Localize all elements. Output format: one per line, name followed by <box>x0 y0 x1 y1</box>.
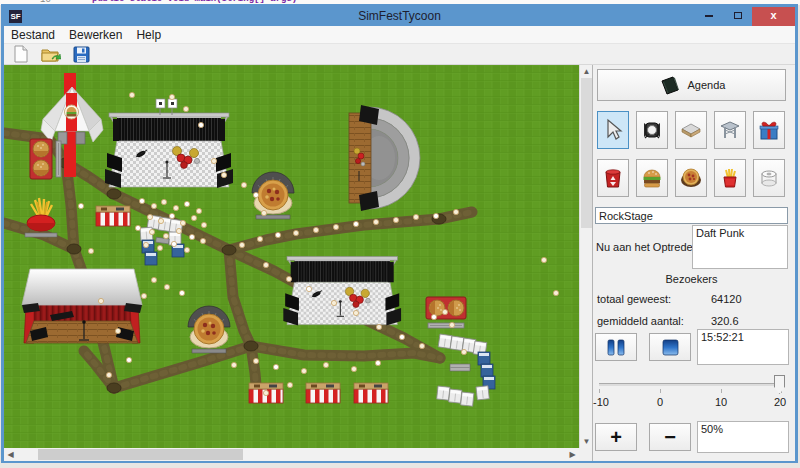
total-visitors-label: totaal geweest: <box>597 293 671 305</box>
visitor-dot <box>333 224 338 229</box>
menu-bar: Bestand Bewerken Help <box>4 26 795 44</box>
visitor-dot <box>353 221 358 226</box>
tool-truss-button[interactable] <box>714 111 746 149</box>
visitor-dot <box>143 242 148 247</box>
visitor-dot <box>147 214 152 219</box>
scroll-left-icon[interactable]: ◀ <box>4 448 17 461</box>
slider-label-min: -10 <box>593 396 609 408</box>
maximize-button[interactable] <box>723 7 752 26</box>
close-button[interactable]: x <box>752 7 795 26</box>
background-desktop <box>0 463 800 468</box>
visitor-dot <box>253 358 258 363</box>
path-junction <box>107 383 121 393</box>
agenda-label: Agenda <box>688 79 726 91</box>
zoom-in-button[interactable]: + <box>595 423 637 451</box>
visitor-dot <box>263 390 268 395</box>
minimize-button[interactable] <box>694 7 723 26</box>
visitor-dot <box>353 310 358 315</box>
slider-label-10: 10 <box>715 396 727 408</box>
slider-tick <box>721 389 722 393</box>
visitor-dot <box>351 366 356 371</box>
zoom-level-value: 50% <box>701 423 723 435</box>
control-panel: Agenda <box>592 65 795 461</box>
horizontal-scroll-thumb[interactable] <box>38 449 243 460</box>
stop-icon <box>662 339 679 356</box>
speed-slider-thumb[interactable] <box>774 375 785 394</box>
tool-spotlight-button[interactable] <box>636 111 668 149</box>
festival-map-canvas[interactable] <box>4 65 579 448</box>
path-junction <box>222 245 236 255</box>
visitor-dot <box>169 213 174 218</box>
visitor-dot <box>376 324 381 329</box>
average-visitors-label: gemiddeld aantal: <box>597 315 684 327</box>
striped-stand-1[interactable] <box>96 206 130 226</box>
visitor-dot <box>151 277 156 282</box>
visitor-dot <box>293 230 298 235</box>
menu-bewerken[interactable]: Bewerken <box>69 28 122 42</box>
tool-trash-button[interactable] <box>597 159 629 197</box>
path-junction <box>107 189 121 199</box>
now-performing-label: Nu aan het Optreden: <box>596 241 702 253</box>
tool-fries-button[interactable] <box>714 159 746 197</box>
horizontal-scrollbar[interactable]: ◀ ▶ <box>4 448 579 461</box>
open-file-button[interactable] <box>40 45 62 63</box>
tool-pizza-button[interactable] <box>675 159 707 197</box>
vertical-scroll-thumb[interactable] <box>581 78 592 228</box>
vertical-scrollbar[interactable]: ▲ ▼ <box>579 65 592 448</box>
visitor-dot <box>183 106 188 111</box>
save-button[interactable] <box>70 45 92 63</box>
scroll-right-icon[interactable]: ▶ <box>566 448 579 461</box>
burger-stand-1[interactable] <box>30 139 61 179</box>
visitor-dot <box>461 349 466 354</box>
menu-bestand[interactable]: Bestand <box>11 28 55 42</box>
agenda-button[interactable]: Agenda <box>597 69 786 101</box>
cursor-icon <box>602 118 624 142</box>
speed-slider-track[interactable] <box>599 383 783 386</box>
pause-button[interactable] <box>595 333 637 361</box>
toilet-paper-icon <box>757 166 781 190</box>
window-title: SimFestTycoon <box>4 9 795 23</box>
visitor-dot <box>419 343 424 348</box>
menu-help[interactable]: Help <box>136 28 161 42</box>
main-stage-2[interactable] <box>283 257 401 326</box>
visitor-dot <box>129 92 134 97</box>
tool-stage-platform-button[interactable] <box>675 111 707 149</box>
new-file-button[interactable] <box>10 45 32 63</box>
maximize-icon <box>734 12 742 19</box>
visitor-dot <box>163 233 168 238</box>
visitor-dot <box>286 276 291 281</box>
visitor-dot <box>180 220 185 225</box>
visitor-dot <box>413 214 418 219</box>
striped-stand-4[interactable] <box>354 383 388 403</box>
zoom-level-box[interactable]: 50% <box>697 421 789 453</box>
tool-toilet-button[interactable] <box>753 159 785 197</box>
visitor-dot <box>453 209 458 214</box>
save-icon <box>73 46 90 63</box>
zoom-out-button[interactable]: − <box>649 423 691 451</box>
pause-icon <box>607 339 625 356</box>
visitor-dot <box>201 222 206 227</box>
visitor-dot <box>184 201 189 206</box>
visitor-dot <box>313 227 318 232</box>
visitor-dot <box>158 218 163 223</box>
striped-stand-3[interactable] <box>306 383 340 403</box>
stop-button[interactable] <box>649 333 691 361</box>
now-performing-box[interactable]: Daft Punk <box>692 225 788 269</box>
titlebar[interactable]: SF SimFestTycoon x <box>4 7 795 26</box>
visitor-dot <box>135 225 140 230</box>
tool-burger-button[interactable] <box>636 159 668 197</box>
barn-stage[interactable] <box>22 269 142 343</box>
open-folder-icon <box>41 45 61 63</box>
tool-select-button[interactable] <box>597 111 629 149</box>
tool-gift-button[interactable] <box>753 111 785 149</box>
burger-icon <box>640 166 664 190</box>
spotlight-icon <box>640 118 664 142</box>
visitor-dot <box>323 362 328 367</box>
stage-name-input[interactable] <box>595 207 788 224</box>
visitor-dot <box>179 290 184 295</box>
truss-icon <box>718 118 742 142</box>
gift-icon <box>757 118 781 142</box>
visitor-dot <box>331 300 336 305</box>
visitor-dot <box>157 245 162 250</box>
agenda-book-icon <box>658 75 680 95</box>
